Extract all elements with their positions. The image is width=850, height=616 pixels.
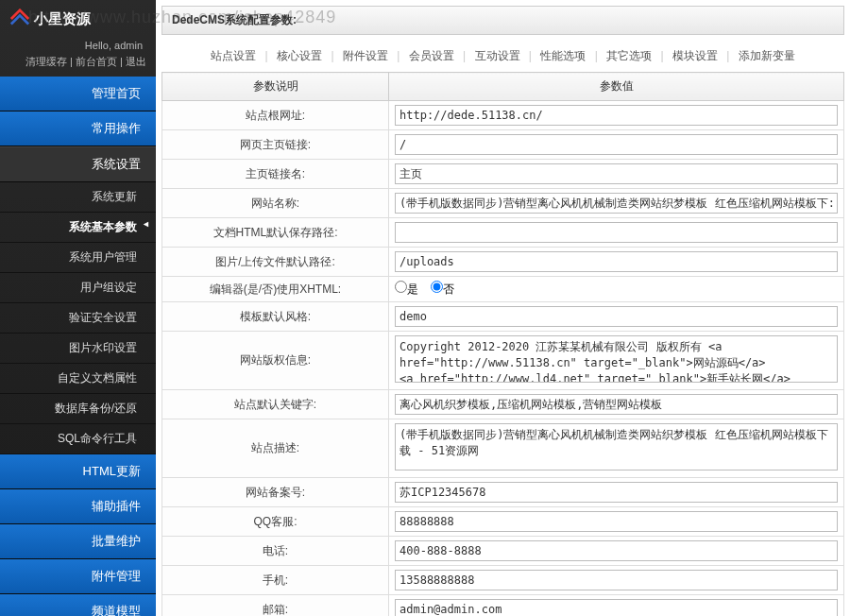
logo-text: 小星资源 xyxy=(34,10,91,28)
label-baseurl: 站点根网址: xyxy=(162,101,389,130)
sub-sql[interactable]: SQL命令行工具 xyxy=(0,424,156,454)
sub-user[interactable]: 系统用户管理 xyxy=(0,243,156,273)
input-baseurl[interactable] xyxy=(395,105,838,126)
params-table: 参数说明 参数值 站点根网址: 网页主页链接: 主页链接名: 网站名称: 文档H… xyxy=(162,72,844,616)
sub-update[interactable]: 系统更新 xyxy=(0,182,156,213)
top-links: 清理缓存 | 前台首页 | 退出 xyxy=(0,51,156,77)
input-indexname[interactable] xyxy=(395,163,838,184)
tab-interact[interactable]: 互动设置 xyxy=(472,49,523,62)
input-indexlink[interactable] xyxy=(395,134,838,155)
main-content: DedeCMS系统配置参数: 站点设置 | 核心设置 | 附件设置 | 会员设置… xyxy=(156,0,850,616)
input-qq[interactable] xyxy=(395,511,838,532)
input-icp[interactable] xyxy=(395,482,838,503)
th-val: 参数值 xyxy=(389,73,844,101)
textarea-copyright[interactable]: Copyright 2012-2020 江苏某某机械有限公司 版权所有 <a h… xyxy=(395,335,838,383)
page-title: DedeCMS系统配置参数: xyxy=(162,6,844,35)
radio-yes[interactable] xyxy=(395,281,407,293)
label-sitename: 网站名称: xyxy=(162,189,389,218)
tab-module[interactable]: 模块设置 xyxy=(670,49,721,62)
tab-perf[interactable]: 性能选项 xyxy=(537,49,588,62)
nav-channel[interactable]: 频道模型 xyxy=(0,594,156,616)
label-icp: 网站备案号: xyxy=(162,478,389,507)
sub-group[interactable]: 用户组设定 xyxy=(0,273,156,303)
input-keywords[interactable] xyxy=(395,394,838,415)
logo-icon xyxy=(9,9,30,29)
label-desc: 站点描述: xyxy=(162,419,389,478)
sub-db[interactable]: 数据库备份/还原 xyxy=(0,394,156,424)
input-email[interactable] xyxy=(395,599,838,616)
label-tel: 电话: xyxy=(162,537,389,566)
config-tabs: 站点设置 | 核心设置 | 附件设置 | 会员设置 | 互动设置 | 性能选项 … xyxy=(156,41,850,72)
clear-cache-link[interactable]: 清理缓存 xyxy=(26,56,67,67)
nav-system[interactable]: 系统设置 xyxy=(0,146,156,182)
label-uploadpath: 图片/上传文件默认路径: xyxy=(162,248,389,277)
radio-yes-label[interactable]: 是 xyxy=(395,282,418,296)
logout-link[interactable]: 退出 xyxy=(126,56,146,67)
tab-site[interactable]: 站点设置 xyxy=(208,49,259,62)
nav-common[interactable]: 常用操作 xyxy=(0,111,156,146)
label-email: 邮箱: xyxy=(162,595,389,617)
sub-basic[interactable]: 系统基本参数 xyxy=(0,213,156,243)
nav-plugin[interactable]: 辅助插件 xyxy=(0,489,156,524)
th-desc: 参数说明 xyxy=(162,73,389,101)
label-htmlpath: 文档HTML默认保存路径: xyxy=(162,218,389,248)
label-copyright: 网站版权信息: xyxy=(162,332,389,390)
label-indexname: 主页链接名: xyxy=(162,160,389,189)
logo: 小星资源 xyxy=(0,0,156,38)
input-tel[interactable] xyxy=(395,540,838,561)
tab-attach[interactable]: 附件设置 xyxy=(340,49,391,62)
label-template: 模板默认风格: xyxy=(162,302,389,332)
sub-safe[interactable]: 验证安全设置 xyxy=(0,303,156,334)
nav-batch[interactable]: 批量维护 xyxy=(0,524,156,559)
label-xhtml: 编辑器(是/否)使用XHTML: xyxy=(162,277,389,302)
nav-html[interactable]: HTML更新 xyxy=(0,454,156,489)
input-uploadpath[interactable] xyxy=(395,251,838,272)
nav-home[interactable]: 管理首页 xyxy=(0,77,156,111)
label-mobile: 手机: xyxy=(162,566,389,595)
sub-attr[interactable]: 自定义文档属性 xyxy=(0,364,156,394)
label-indexlink: 网页主页链接: xyxy=(162,130,389,160)
label-keywords: 站点默认关键字: xyxy=(162,390,389,419)
input-sitename[interactable] xyxy=(395,193,838,214)
sidebar: 小星资源 Hello, admin 清理缓存 | 前台首页 | 退出 管理首页 … xyxy=(0,0,156,616)
tab-core[interactable]: 核心设置 xyxy=(274,49,325,62)
radio-no-label[interactable]: 否 xyxy=(431,282,454,296)
input-mobile[interactable] xyxy=(395,570,838,590)
nav-attach[interactable]: 附件管理 xyxy=(0,559,156,594)
hello-admin: Hello, admin xyxy=(0,40,156,51)
input-template[interactable] xyxy=(395,306,838,327)
tab-addvar[interactable]: 添加新变量 xyxy=(736,49,798,62)
input-htmlpath[interactable] xyxy=(395,222,838,243)
radio-no[interactable] xyxy=(431,281,443,293)
textarea-desc[interactable]: (带手机版数据同步)营销型离心风机机械制造类网站织梦模板 红色压缩机网站模板下载… xyxy=(395,423,838,471)
tab-other[interactable]: 其它选项 xyxy=(604,49,654,62)
sub-watermark[interactable]: 图片水印设置 xyxy=(0,334,156,364)
frontend-link[interactable]: 前台首页 xyxy=(76,56,117,67)
tab-member[interactable]: 会员设置 xyxy=(406,49,457,62)
label-qq: QQ客服: xyxy=(162,507,389,537)
